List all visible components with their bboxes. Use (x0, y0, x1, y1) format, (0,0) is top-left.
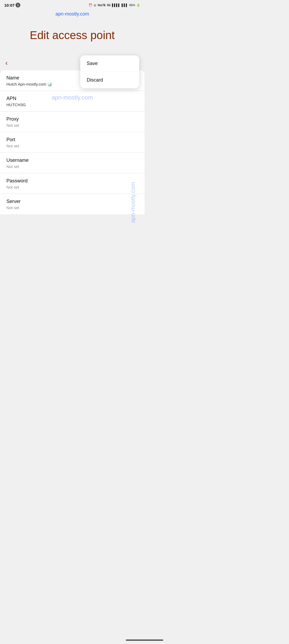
apn-label: APN (6, 96, 138, 101)
alarm-icon: ⏰ (89, 3, 92, 7)
wm-chart-icon: 📊 (47, 82, 52, 86)
5g-icon: 5G (107, 4, 111, 7)
status-time: 10:07 1 (4, 3, 20, 7)
save-button[interactable]: Save (80, 55, 139, 72)
proxy-value: Not set (6, 123, 138, 128)
port-field[interactable]: Port Not set (0, 132, 144, 153)
volte-icon: VoLTE (98, 4, 106, 7)
apn-field[interactable]: APN HUTCH3G (0, 91, 144, 112)
server-label: Server (6, 199, 138, 204)
battery-icon: 🔋 (136, 3, 140, 7)
time-display: 10:07 (4, 3, 14, 7)
proxy-label: Proxy (6, 116, 138, 122)
apn-value: HUTCH3G (6, 102, 138, 107)
username-value: Not set (6, 164, 138, 169)
page-header: Edit access point (0, 18, 144, 55)
form-content: Name Hutch Apn-mostly.com 📊 APN HUTCH3G … (0, 70, 144, 214)
username-field[interactable]: Username Not set (0, 153, 144, 173)
page-title: Edit access point (5, 29, 139, 42)
server-value: Not set (6, 205, 138, 210)
server-field[interactable]: Server Not set (0, 194, 144, 214)
port-label: Port (6, 137, 138, 143)
proxy-field[interactable]: Proxy Not set (0, 112, 144, 132)
status-bar: 10:07 1 ⏰ ◎ VoLTE 5G ▌▌▌▌ ▌▌▌ 66% 🔋 (0, 0, 144, 10)
watermark-top: apn-mostly.com (0, 10, 144, 18)
location-icon: ◎ (94, 3, 96, 7)
signal-1-icon: ▌▌▌▌ (112, 3, 120, 7)
signal-2-icon: ▌▌▌ (122, 3, 128, 7)
notification-badge: 1 (16, 3, 20, 7)
port-value: Not set (6, 144, 138, 148)
status-icons: ⏰ ◎ VoLTE 5G ▌▌▌▌ ▌▌▌ 66% 🔋 (89, 3, 140, 7)
dropdown-menu: Save Discard (80, 55, 139, 88)
password-value: Not set (6, 185, 138, 189)
toolbar-row: ‹ Save Discard (0, 55, 144, 70)
password-label: Password (6, 178, 138, 184)
username-label: Username (6, 158, 138, 163)
discard-button[interactable]: Discard (80, 72, 139, 88)
battery-display: 66% (129, 3, 135, 7)
back-button[interactable]: ‹ (5, 59, 8, 66)
password-field[interactable]: Password Not set (0, 173, 144, 194)
